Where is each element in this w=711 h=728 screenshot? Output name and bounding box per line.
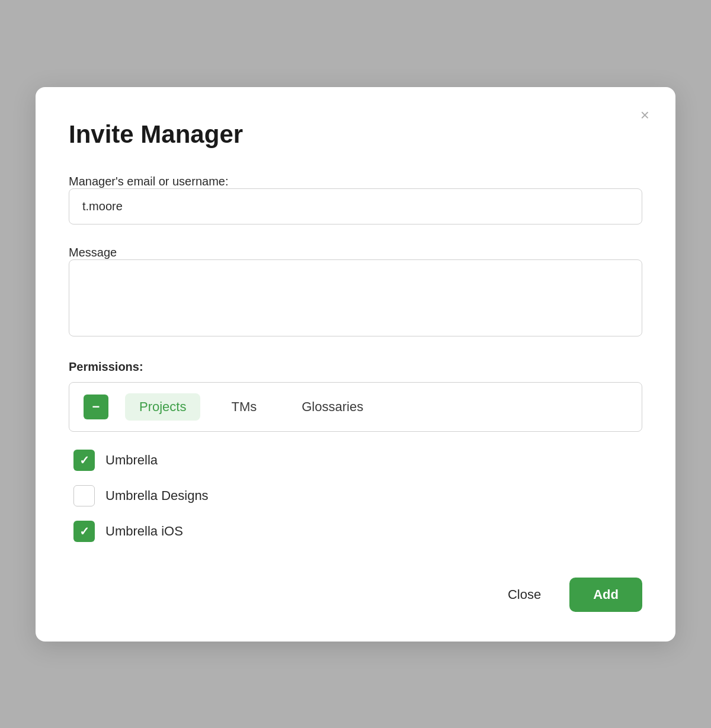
checkbox-umbrella[interactable]: ✓ <box>73 450 95 471</box>
close-button[interactable]: Close <box>496 579 553 611</box>
permissions-label: Permissions: <box>69 360 642 374</box>
modal-overlay: × Invite Manager Manager's email or user… <box>0 0 711 728</box>
add-button[interactable]: Add <box>569 578 642 612</box>
checkbox-list: ✓ Umbrella Umbrella Designs ✓ Umbrella i… <box>69 450 642 542</box>
tab-glossaries[interactable]: Glossaries <box>287 393 377 421</box>
checkbox-item-umbrella: ✓ Umbrella <box>73 450 642 471</box>
modal-title: Invite Manager <box>69 120 642 149</box>
invite-manager-modal: × Invite Manager Manager's email or user… <box>36 87 675 642</box>
close-icon-button[interactable]: × <box>636 105 654 125</box>
tab-tms[interactable]: TMs <box>217 393 271 421</box>
checkbox-item-umbrella-designs: Umbrella Designs <box>73 485 642 506</box>
checkbox-item-umbrella-ios: ✓ Umbrella iOS <box>73 521 642 542</box>
minus-button[interactable]: − <box>84 395 108 419</box>
message-field-label: Message <box>69 246 117 259</box>
checkbox-umbrella-ios[interactable]: ✓ <box>73 521 95 542</box>
checkmark-icon: ✓ <box>79 454 89 466</box>
tab-projects[interactable]: Projects <box>125 393 200 421</box>
checkbox-umbrella-designs-label: Umbrella Designs <box>105 488 209 503</box>
permissions-tabs-container: − Projects TMs Glossaries <box>69 382 642 432</box>
minus-icon: − <box>92 400 100 413</box>
checkbox-umbrella-ios-label: Umbrella iOS <box>105 524 183 539</box>
checkmark-icon-ios: ✓ <box>79 525 89 537</box>
message-textarea[interactable] <box>69 259 642 336</box>
checkbox-umbrella-designs[interactable] <box>73 485 95 506</box>
checkbox-umbrella-label: Umbrella <box>105 453 158 468</box>
email-input[interactable] <box>69 188 642 225</box>
modal-footer: Close Add <box>69 578 642 612</box>
email-field-label: Manager's email or username: <box>69 175 229 188</box>
